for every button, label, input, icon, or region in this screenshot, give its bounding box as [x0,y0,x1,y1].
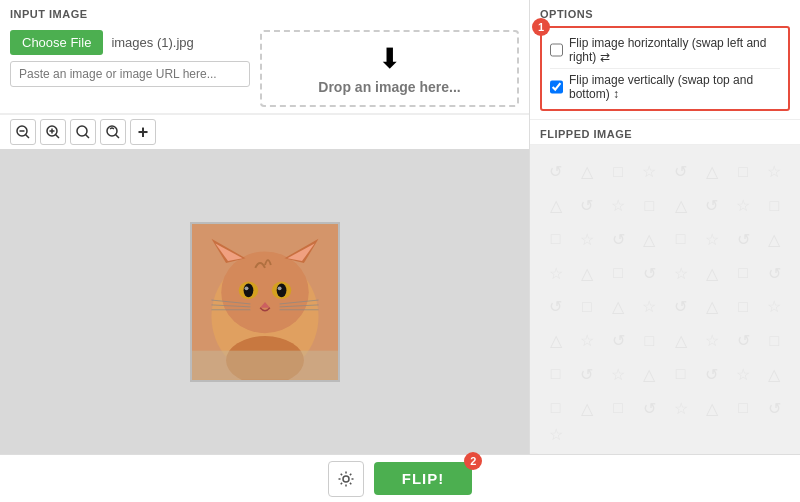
wm-icon: ↺ [603,223,634,257]
settings-button[interactable] [328,461,364,497]
flip-button[interactable]: FLIP! [374,462,473,495]
wm-icon: ☆ [540,425,571,444]
flip-horizontal-checkbox[interactable] [550,43,563,57]
zoom-out-icon [15,124,31,140]
paste-input[interactable] [10,61,250,87]
wm-icon: ☆ [634,155,665,189]
flipped-canvas: ↺ △ □ ☆ ↺ △ □ ☆ △ ↺ ☆ □ △ ↺ ☆ □ □ [530,145,800,454]
wm-icon: ☆ [571,324,602,358]
svg-point-24 [277,286,281,290]
wm-icon: ☆ [665,391,696,425]
wm-icon: ☆ [603,189,634,223]
svg-point-34 [343,476,349,482]
wm-icon: □ [728,290,759,324]
wm-icon: ↺ [728,223,759,257]
drop-text: Drop an image here... [318,79,460,95]
option-row-horizontal: Flip image horizontally (swap left and r… [550,32,780,68]
wm-icon: ↺ [696,358,727,392]
wm-icon: □ [571,290,602,324]
wm-icon: ↺ [759,391,790,425]
zoom-reset-button[interactable] [100,119,126,145]
wm-icon: □ [540,391,571,425]
svg-line-8 [86,135,90,139]
wm-icon: △ [634,223,665,257]
filename-label: images (1).jpg [111,35,193,50]
zoom-fit-icon [75,124,91,140]
wm-icon: □ [540,358,571,392]
wm-icon: ☆ [540,256,571,290]
option-row-vertical: Flip image vertically (swap top and bott… [550,68,780,105]
left-controls: Choose File images (1).jpg [10,30,250,107]
svg-line-4 [56,135,60,139]
svg-point-23 [244,286,248,290]
watermark-pattern: ↺ △ □ ☆ ↺ △ □ ☆ △ ↺ ☆ □ △ ↺ ☆ □ □ [530,145,800,454]
wm-icon: ↺ [634,391,665,425]
wm-icon: ☆ [696,223,727,257]
wm-icon: □ [728,391,759,425]
drop-area[interactable]: ⬇ Drop an image here... [260,30,519,107]
wm-icon: △ [696,256,727,290]
svg-point-21 [243,283,253,297]
wm-icon: △ [759,358,790,392]
wm-icon: ↺ [571,358,602,392]
wm-icon: □ [665,223,696,257]
wm-icon: ☆ [728,358,759,392]
wm-icon: □ [603,256,634,290]
svg-line-10 [116,135,120,139]
wm-icon: ☆ [728,189,759,223]
zoom-fit-button[interactable] [70,119,96,145]
options-title: OPTIONS [540,8,790,20]
options-section: OPTIONS 1 Flip image horizontally (swap … [530,0,800,120]
drop-icon: ⬇ [378,42,401,75]
wm-icon: △ [540,189,571,223]
wm-icon: ☆ [665,256,696,290]
wm-icon: ↺ [665,155,696,189]
file-row: Choose File images (1).jpg [10,30,250,55]
zoom-toolbar: + [0,114,529,149]
wm-icon: □ [728,256,759,290]
bottom-bar: FLIP! 2 [0,454,800,502]
svg-point-22 [276,283,286,297]
add-button[interactable]: + [130,119,156,145]
wm-icon: □ [634,189,665,223]
wm-icon: △ [603,290,634,324]
wm-icon: ↺ [728,324,759,358]
wm-icon: ↺ [603,324,634,358]
wm-icon: ↺ [759,256,790,290]
zoom-out-button[interactable] [10,119,36,145]
wm-icon: ☆ [759,290,790,324]
wm-icon: ↺ [696,189,727,223]
wm-icon: △ [696,290,727,324]
badge-2: 2 [464,452,482,470]
wm-icon: □ [540,223,571,257]
wm-icon: ☆ [634,290,665,324]
flipped-section: FLIPPED IMAGE ↺ △ □ ☆ ↺ △ □ ☆ △ ↺ ☆ □ △ [530,120,800,454]
wm-icon: △ [696,391,727,425]
zoom-in-button[interactable] [40,119,66,145]
image-canvas [0,149,529,454]
settings-icon [337,470,355,488]
wm-icon: □ [759,189,790,223]
left-panel: INPUT IMAGE Choose File images (1).jpg ⬇… [0,0,530,454]
options-box: 1 Flip image horizontally (swap left and… [540,26,790,111]
zoom-in-icon [45,124,61,140]
wm-icon: △ [696,155,727,189]
wm-icon: ↺ [540,155,571,189]
badge-1: 1 [532,18,550,36]
wm-icon: ↺ [540,290,571,324]
flip-vertical-checkbox[interactable] [550,80,563,94]
wm-icon: ☆ [696,324,727,358]
wm-icon: ☆ [603,358,634,392]
wm-icon: □ [665,358,696,392]
wm-icon: □ [634,324,665,358]
wm-icon: □ [603,155,634,189]
choose-file-button[interactable]: Choose File [10,30,103,55]
flipped-image-title: FLIPPED IMAGE [530,120,800,145]
zoom-reset-icon [105,124,121,140]
wm-icon: △ [759,223,790,257]
wm-icon: ↺ [665,290,696,324]
wm-icon: ↺ [634,256,665,290]
wm-icon: △ [571,155,602,189]
wm-icon: △ [665,189,696,223]
wm-icon: □ [759,324,790,358]
